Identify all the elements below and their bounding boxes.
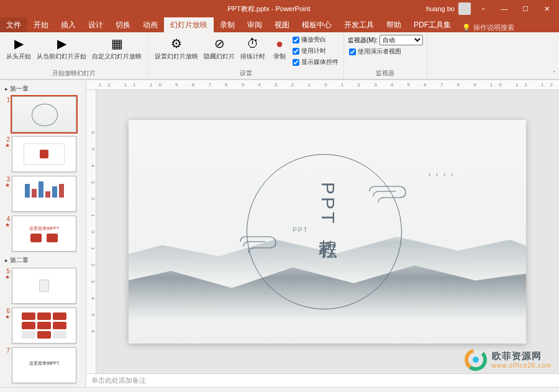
section-header-1[interactable]: 第一章 <box>1 83 84 95</box>
setup-icon: ⚙ <box>168 35 185 52</box>
group-label-start: 开始放映幻灯片 <box>4 68 144 79</box>
slide-thumbnail-6[interactable] <box>12 308 76 344</box>
maximize-button[interactable]: ☐ <box>517 0 534 17</box>
tab-slideshow[interactable]: 幻灯片放映 <box>164 17 214 32</box>
slide-thumbnail-2[interactable] <box>12 136 76 172</box>
title-bar: PPT教程.pptx - PowerPoint huang bo ▫ — ☐ ✕ <box>0 0 559 17</box>
projector-current-icon: ▶ <box>53 35 70 52</box>
use-presenter-view-checkbox[interactable]: 使用演示者视图 <box>348 47 423 57</box>
play-narration-checkbox[interactable]: 播放旁白 <box>291 35 340 45</box>
projector-icon: ▶ <box>10 35 27 52</box>
animation-star-icon: ★ <box>5 143 10 148</box>
from-current-button[interactable]: ▶ 从当前幻灯片开始 <box>34 34 89 68</box>
slide-thumbnail-7[interactable]: 这里是举例PPT <box>12 347 76 383</box>
tab-file[interactable]: 文件 <box>0 17 27 32</box>
ribbon: ▶ 从头开始 ▶ 从当前幻灯片开始 ▦ 自定义幻灯片放映 开始放映幻灯片 ⚙ 设… <box>0 32 559 80</box>
tab-record[interactable]: 录制 <box>214 17 241 32</box>
tab-developer[interactable]: 开发工具 <box>338 17 380 32</box>
use-timings-checkbox[interactable]: 使用计时 <box>291 46 340 56</box>
minimize-button[interactable]: — <box>496 0 513 17</box>
tab-pdf-tools[interactable]: PDF工具集 <box>407 17 457 32</box>
group-label-setup: 设置 <box>152 68 340 79</box>
tab-help[interactable]: 帮助 <box>380 17 407 32</box>
hide-slide-button[interactable]: ⊘ 隐藏幻灯片 <box>201 34 237 68</box>
ribbon-tabs: 文件 开始 插入 设计 切换 动画 幻灯片放映 录制 审阅 视图 模板中心 开发… <box>0 17 559 32</box>
tab-animations[interactable]: 动画 <box>137 17 164 32</box>
user-name: huang bo <box>426 5 455 12</box>
slide-thumbnail-5[interactable] <box>12 268 76 304</box>
slide[interactable]: › › › › PPT教程 PPT <box>129 120 526 344</box>
monitor-select[interactable]: 自动 <box>379 35 423 45</box>
tab-view[interactable]: 视图 <box>268 17 296 32</box>
tell-me-search[interactable]: 💡 操作说明搜索 <box>462 23 514 32</box>
close-button[interactable]: ✕ <box>538 0 555 17</box>
hide-slide-icon: ⊘ <box>211 35 228 52</box>
rehearse-timing-button[interactable]: ⏱ 排练计时 <box>238 34 268 68</box>
slide-thumbnail-3[interactable] <box>12 176 76 212</box>
vertical-ruler: 6 5 4 3 2 1 0 1 2 3 4 5 6 <box>86 90 96 373</box>
slide-canvas-area[interactable]: › › › › PPT教程 PPT <box>96 90 559 373</box>
user-avatar-icon[interactable] <box>458 2 471 15</box>
lightbulb-icon: 💡 <box>462 24 471 32</box>
setup-slideshow-button[interactable]: ⚙ 设置幻灯片放映 <box>152 34 201 68</box>
slide-title[interactable]: PPT教程 <box>315 182 340 230</box>
monitor-label: 监视器(M): <box>348 36 378 45</box>
slide-subtitle[interactable]: PPT <box>287 227 308 234</box>
cloud-decoration-right <box>365 185 408 210</box>
horizontal-ruler: 12 11 10 9 8 7 6 5 4 3 2 1 0 1 2 3 4 5 6… <box>86 80 559 90</box>
tab-transitions[interactable]: 切换 <box>109 17 137 32</box>
rehearse-icon: ⏱ <box>244 35 261 52</box>
thumb-number: 1 <box>4 96 10 103</box>
cloud-decoration-left <box>237 234 281 259</box>
record-button[interactable]: ● 录制 <box>268 34 291 68</box>
slide-thumbnails-panel[interactable]: 第一章 1 2★ 3★ 4★ 这里是举例PPT 第二章 5★ 6★ 7 这里是举… <box>0 80 86 387</box>
group-label-monitor: 监视器 <box>348 68 423 79</box>
workspace: 第一章 1 2★ 3★ 4★ 这里是举例PPT 第二章 5★ 6★ 7 这里是举… <box>0 80 559 387</box>
tab-insert[interactable]: 插入 <box>55 17 82 32</box>
ribbon-options-icon[interactable]: ▫ <box>475 0 492 17</box>
tab-home[interactable]: 开始 <box>27 17 55 32</box>
birds-icon: › › › › <box>429 171 455 178</box>
from-beginning-button[interactable]: ▶ 从头开始 <box>4 34 34 68</box>
ribbon-group-monitor: 监视器(M): 自动 使用演示者视图 监视器 <box>344 32 427 79</box>
show-media-controls-checkbox[interactable]: 显示媒体控件 <box>291 57 340 67</box>
document-title: PPT教程.pptx - PowerPoint <box>112 4 426 14</box>
ribbon-group-setup: ⚙ 设置幻灯片放映 ⊘ 隐藏幻灯片 ⏱ 排练计时 ● 录制 播放旁白 使用计时 … <box>148 32 344 79</box>
tab-review[interactable]: 审阅 <box>241 17 268 32</box>
circle-outline <box>247 154 402 309</box>
slide-thumbnail-1[interactable] <box>12 96 76 132</box>
notes-pane[interactable]: 单击此处添加备注 <box>86 373 559 387</box>
slide-thumbnail-4[interactable]: 这里是举例PPT <box>12 216 76 252</box>
tab-templates[interactable]: 模板中心 <box>296 17 338 32</box>
ribbon-group-start-slideshow: ▶ 从头开始 ▶ 从当前幻灯片开始 ▦ 自定义幻灯片放映 开始放映幻灯片 <box>0 32 148 79</box>
status-bar <box>0 387 559 392</box>
tab-design[interactable]: 设计 <box>82 17 109 32</box>
custom-show-icon: ▦ <box>108 35 125 52</box>
main-editor: 12 11 10 9 8 7 6 5 4 3 2 1 0 1 2 3 4 5 6… <box>86 80 559 387</box>
collapse-ribbon-button[interactable]: ˆ <box>553 71 555 78</box>
record-icon: ● <box>271 35 288 52</box>
section-header-2[interactable]: 第二章 <box>1 254 84 267</box>
custom-slideshow-button[interactable]: ▦ 自定义幻灯片放映 <box>89 34 144 68</box>
